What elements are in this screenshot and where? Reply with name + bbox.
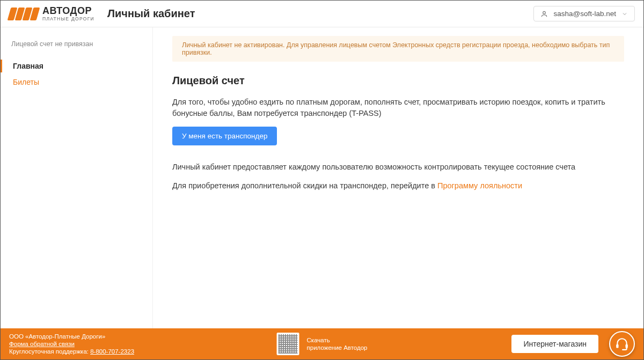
- qr-code-icon[interactable]: [277, 333, 299, 355]
- nav-item-tickets[interactable]: Билеты: [1, 76, 152, 89]
- sidebar-note: Лицевой счет не привязан: [1, 36, 152, 60]
- store-button[interactable]: Интернет-магазин: [511, 335, 598, 353]
- user-email: sasha@soft-lab.net: [553, 10, 616, 18]
- logo-subtitle: ПЛАТНЫЕ ДОРОГИ: [42, 17, 94, 21]
- nav-item-label: Главная: [13, 62, 43, 70]
- feedback-link[interactable]: Форма обратной связи: [9, 341, 134, 347]
- download-label: Скачать: [307, 337, 368, 343]
- alert-text: Личный кабинет не активирован. Для управ…: [182, 41, 610, 56]
- logo[interactable]: АВТОДОР ПЛАТНЫЕ ДОРОГИ: [9, 6, 94, 21]
- sidebar: Лицевой счет не привязан Главная Билеты: [1, 27, 153, 328]
- footer-middle: Скачать приложение Автодор: [277, 333, 368, 355]
- help-fab[interactable]: [609, 331, 635, 357]
- footer-left: ООО «Автодор-Платные Дороги» Форма обрат…: [9, 333, 134, 355]
- loyalty-link[interactable]: Программу лояльности: [437, 181, 522, 190]
- headset-icon: [615, 337, 629, 351]
- section-heading: Лицевой счет: [153, 75, 643, 97]
- nav-item-label: Билеты: [13, 78, 39, 86]
- svg-rect-1: [616, 344, 618, 348]
- account-section: Лицевой счет Для того, чтобы удобно езди…: [153, 75, 643, 199]
- loyalty-prefix: Для приобретения дополнительной скидки н…: [172, 181, 437, 190]
- footer: ООО «Автодор-Платные Дороги» Форма обрат…: [1, 328, 643, 359]
- user-menu[interactable]: sasha@soft-lab.net: [533, 6, 635, 21]
- user-icon: [540, 10, 548, 18]
- app-download[interactable]: Скачать приложение Автодор: [307, 337, 368, 351]
- intro-text: Для того, чтобы удобно ездить по платным…: [153, 97, 643, 127]
- content: Личный кабинет не активирован. Для управ…: [153, 27, 643, 328]
- app-name: приложение Автодор: [307, 344, 368, 351]
- body: Лицевой счет не привязан Главная Билеты …: [1, 27, 643, 328]
- nav-item-main[interactable]: Главная: [1, 60, 152, 72]
- support-line: Круглосуточная поддержка: 8-800-707-2323: [9, 348, 134, 355]
- footer-company: ООО «Автодор-Платные Дороги»: [9, 333, 134, 340]
- logo-title: АВТОДОР: [42, 6, 94, 16]
- footer-right: Интернет-магазин: [511, 331, 635, 357]
- loyalty-paragraph: Для приобретения дополнительной скидки н…: [153, 180, 643, 199]
- header: АВТОДОР ПЛАТНЫЕ ДОРОГИ Личный кабинет sa…: [1, 1, 643, 27]
- logo-stripes-icon: [9, 8, 38, 20]
- support-prefix: Круглосуточная поддержка:: [9, 348, 90, 355]
- logo-text: АВТОДОР ПЛАТНЫЕ ДОРОГИ: [42, 6, 94, 21]
- chevron-down-icon: [621, 11, 628, 17]
- page-title: Личный кабинет: [107, 8, 195, 20]
- svg-point-0: [543, 11, 546, 14]
- info-paragraph: Личный кабинет предоставляет каждому пол…: [153, 161, 643, 180]
- support-phone-link[interactable]: 8-800-707-2323: [90, 348, 134, 355]
- have-transponder-button[interactable]: У меня есть транспондер: [172, 127, 277, 145]
- activation-alert: Личный кабинет не активирован. Для управ…: [172, 36, 624, 62]
